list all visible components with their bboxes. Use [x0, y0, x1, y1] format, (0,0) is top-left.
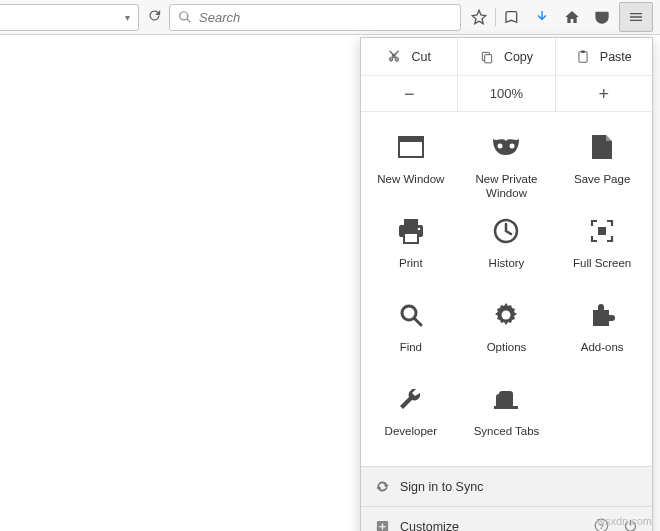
svg-rect-3 [485, 54, 492, 62]
developer-label: Developer [385, 424, 437, 438]
watermark: wsxdn.com [597, 515, 652, 527]
paste-icon [576, 50, 590, 64]
window-icon [396, 132, 426, 162]
edit-controls: Cut Copy Paste [361, 38, 652, 76]
svg-rect-18 [494, 406, 518, 409]
dropmarker-icon[interactable]: ▾ [125, 12, 130, 23]
fullscreen-label: Full Screen [573, 256, 631, 270]
zoom-level[interactable]: 100% [458, 76, 555, 111]
search-input[interactable] [199, 10, 452, 25]
options-button[interactable]: Options [459, 290, 555, 374]
add-square-icon [375, 519, 390, 531]
wrench-icon [396, 384, 426, 414]
svg-rect-10 [404, 219, 418, 225]
svg-rect-12 [404, 233, 418, 243]
copy-button[interactable]: Copy [458, 38, 555, 75]
paste-button[interactable]: Paste [556, 38, 652, 75]
svg-point-1 [396, 58, 399, 61]
downloads-button[interactable] [527, 2, 557, 32]
copy-icon [480, 50, 494, 64]
fullscreen-button[interactable]: Full Screen [554, 206, 650, 290]
gear-icon [491, 300, 521, 330]
synced-tabs-label: Synced Tabs [474, 424, 540, 438]
paste-label: Paste [600, 50, 632, 64]
svg-rect-7 [399, 137, 423, 142]
plus-icon: + [599, 85, 610, 103]
svg-point-9 [510, 144, 515, 149]
reload-button[interactable] [139, 8, 169, 26]
svg-point-0 [390, 58, 393, 61]
separator [495, 8, 496, 26]
save-page-label: Save Page [574, 172, 630, 186]
customize-button[interactable]: Customize [375, 519, 459, 531]
page-icon [587, 132, 617, 162]
zoom-out-button[interactable]: − [361, 76, 458, 111]
customize-label: Customize [400, 520, 459, 532]
find-icon [396, 300, 426, 330]
addons-button[interactable]: Add-ons [554, 290, 650, 374]
minus-icon: − [404, 85, 415, 103]
addons-label: Add-ons [581, 340, 624, 354]
toolbar-icons [461, 2, 660, 32]
new-private-label: New Private Window [459, 172, 555, 201]
pocket-button[interactable] [587, 2, 617, 32]
browser-toolbar: ▾ [0, 0, 660, 35]
svg-rect-4 [579, 51, 587, 62]
zoom-controls: − 100% + [361, 76, 652, 112]
sign-in-label: Sign in to Sync [400, 480, 483, 494]
find-label: Find [400, 340, 422, 354]
find-button[interactable]: Find [363, 290, 459, 374]
history-button[interactable]: History [459, 206, 555, 290]
cut-button[interactable]: Cut [361, 38, 458, 75]
puzzle-icon [587, 300, 617, 330]
tabs-icon [491, 384, 521, 414]
save-page-button[interactable]: Save Page [554, 122, 650, 206]
new-window-label: New Window [377, 172, 444, 186]
bookmark-star-button[interactable] [464, 2, 494, 32]
mask-icon [491, 132, 521, 162]
print-label: Print [399, 256, 423, 270]
search-icon [178, 10, 192, 24]
new-window-button[interactable]: New Window [363, 122, 459, 206]
svg-rect-15 [598, 227, 606, 235]
new-private-window-button[interactable]: New Private Window [459, 122, 555, 206]
search-bar[interactable] [169, 4, 461, 31]
clock-icon [491, 216, 521, 246]
cut-label: Cut [411, 50, 430, 64]
synced-tabs-button[interactable]: Synced Tabs [459, 374, 555, 458]
printer-icon [396, 216, 426, 246]
svg-point-8 [498, 144, 503, 149]
svg-rect-5 [581, 50, 585, 52]
cut-icon [387, 50, 401, 64]
hamburger-menu-button[interactable] [619, 2, 653, 32]
menu-grid: New Window New Private Window Save Page … [361, 112, 652, 466]
library-button[interactable] [497, 2, 527, 32]
options-label: Options [487, 340, 527, 354]
app-menu-panel: Cut Copy Paste − 100% + New Window New P… [360, 37, 653, 531]
sync-icon [375, 479, 390, 494]
fullscreen-icon [587, 216, 617, 246]
urlbar-stub[interactable]: ▾ [0, 4, 139, 31]
zoom-in-button[interactable]: + [556, 76, 652, 111]
svg-point-17 [502, 311, 511, 320]
home-button[interactable] [557, 2, 587, 32]
history-label: History [489, 256, 525, 270]
developer-button[interactable]: Developer [363, 374, 459, 458]
svg-point-13 [418, 228, 421, 231]
sign-in-sync-button[interactable]: Sign in to Sync [361, 466, 652, 506]
print-button[interactable]: Print [363, 206, 459, 290]
copy-label: Copy [504, 50, 533, 64]
